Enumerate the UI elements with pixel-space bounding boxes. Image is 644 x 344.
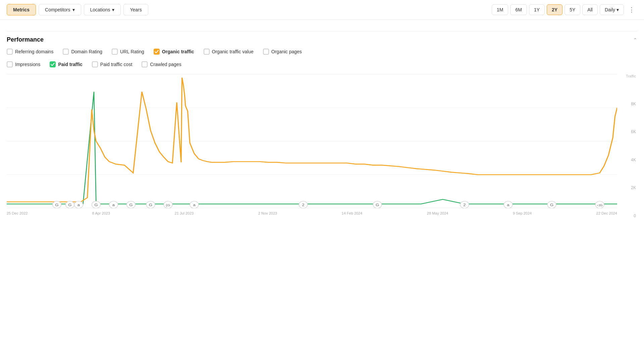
annotation-g-2: G [66, 201, 74, 208]
performance-title: Performance [7, 36, 44, 43]
svg-text:G: G [550, 203, 553, 207]
tab-locations[interactable]: Locations ▾ [84, 4, 121, 15]
period-6m[interactable]: 6M [510, 4, 527, 15]
tab-metrics[interactable]: Metrics [7, 4, 36, 15]
x-label-sep24: 9 Sep 2024 [513, 211, 532, 215]
svg-text:2: 2 [302, 203, 304, 207]
tab-years[interactable]: Years [123, 4, 148, 15]
svg-text:G: G [68, 203, 71, 207]
metric-label: Referring domains [15, 49, 53, 54]
x-label-dec24: 22 Dec 2024 [596, 211, 617, 215]
chart-area: G G a G a [7, 74, 617, 218]
metric-organic-traffic[interactable]: Organic traffic [154, 49, 194, 55]
y-label-0: 0 [619, 214, 636, 218]
metric-paid-traffic-cost[interactable]: Paid traffic cost [92, 61, 132, 67]
annotation-g-7: G [547, 201, 556, 208]
x-label-nov23: 2 Nov 2023 [258, 211, 277, 215]
chevron-down-icon: ▾ [616, 7, 619, 12]
checkbox-crawled-pages[interactable] [142, 61, 148, 67]
main-content: Performance ⌃ Referring domains Domain R… [0, 20, 644, 218]
metrics-list-row2: Impressions Paid traffic Paid traffic co… [7, 61, 637, 67]
metric-organic-traffic-value[interactable]: Organic traffic value [204, 49, 254, 55]
svg-text:a: a [193, 203, 196, 207]
period-5y[interactable]: 5Y [565, 4, 580, 15]
metric-referring-domains[interactable]: Referring domains [7, 49, 53, 55]
metric-label: Paid traffic [58, 62, 82, 67]
annotation-a-3: a [190, 201, 199, 208]
checkbox-organic-traffic-value[interactable] [204, 49, 210, 55]
annotation-a-2: a [109, 201, 118, 208]
metric-domain-rating[interactable]: Domain Rating [63, 49, 102, 55]
metric-paid-traffic[interactable]: Paid traffic [50, 61, 82, 67]
period-all[interactable]: All [582, 4, 598, 15]
metric-label: Organic traffic [162, 49, 194, 54]
svg-text:G: G [149, 203, 152, 207]
granularity-button[interactable]: Daily ▾ [600, 4, 624, 15]
collapse-button[interactable]: ⌃ [633, 37, 637, 43]
organic-traffic-line [7, 78, 617, 202]
svg-text:G: G [94, 203, 98, 207]
x-label-feb24: 14 Feb 2024 [342, 211, 363, 215]
checkbox-url-rating[interactable] [112, 49, 118, 55]
svg-text:a: a [112, 203, 115, 207]
annotation-g-4: G [127, 201, 136, 208]
checkbox-impressions[interactable] [7, 61, 13, 67]
checkbox-organic-pages[interactable] [263, 49, 269, 55]
annotation-g-3: G [92, 201, 101, 208]
x-axis-labels: 25 Dec 2022 8 Apr 2023 21 Jul 2023 2 Nov… [7, 208, 617, 218]
metric-label: Organic traffic value [212, 49, 254, 54]
y-label-8k: 8K [619, 102, 636, 106]
checkbox-paid-traffic[interactable] [50, 61, 56, 67]
more-options-button[interactable]: ⋮ [626, 5, 637, 15]
metric-impressions[interactable]: Impressions [7, 61, 40, 67]
chart-svg: G G a G a [7, 74, 617, 208]
nav-tabs: Metrics Competitors ▾ Locations ▾ Years [7, 4, 148, 15]
annotation-g-1: G [53, 201, 61, 208]
annotation-2-1: 2 [299, 201, 308, 208]
checkbox-domain-rating[interactable] [63, 49, 69, 55]
chart-container: Traffic 8K 6K 4K 2K 0 [7, 74, 637, 218]
y-axis-labels: Traffic 8K 6K 4K 2K 0 [617, 74, 637, 218]
tab-competitors[interactable]: Competitors ▾ [39, 4, 81, 15]
y-label-6k: 6K [619, 129, 636, 134]
period-1m[interactable]: 1M [492, 4, 508, 15]
svg-text:a: a [77, 203, 80, 207]
annotation-a-4: a [504, 201, 513, 208]
x-label-jul23: 21 Jul 2023 [175, 211, 194, 215]
annotation-g-6: G [373, 201, 382, 208]
y-axis-title: Traffic [619, 74, 636, 78]
metric-crawled-pages[interactable]: Crawled pages [142, 61, 181, 67]
checkbox-organic-traffic[interactable] [154, 49, 160, 55]
svg-text:(G: (G [166, 203, 170, 207]
checkbox-paid-traffic-cost[interactable] [92, 61, 98, 67]
annotation-a-1: a [74, 201, 83, 208]
section-divider [7, 31, 637, 32]
metric-label: Paid traffic cost [100, 62, 132, 67]
paid-traffic-line [7, 92, 617, 204]
period-1y[interactable]: 1Y [529, 4, 545, 15]
metric-label: Domain Rating [71, 49, 102, 54]
checkbox-referring-domains[interactable] [7, 49, 13, 55]
x-label-may24: 28 May 2024 [427, 211, 448, 215]
svg-text:G: G [55, 203, 58, 207]
svg-text:◁G: ◁G [597, 203, 603, 207]
metric-url-rating[interactable]: URL Rating [112, 49, 144, 55]
performance-header: Performance ⌃ [7, 36, 637, 43]
metric-label: Crawled pages [150, 62, 181, 67]
svg-text:a: a [507, 203, 509, 207]
metric-label: Impressions [15, 62, 40, 67]
svg-text:G: G [129, 203, 132, 207]
svg-text:G: G [376, 203, 379, 207]
x-label-dec22: 25 Dec 2022 [7, 211, 28, 215]
x-label-apr23: 8 Apr 2023 [92, 211, 110, 215]
period-2y[interactable]: 2Y [547, 4, 562, 15]
annotation-cg-2: ◁G [595, 201, 604, 208]
chevron-down-icon: ▾ [72, 7, 75, 12]
y-label-4k: 4K [619, 158, 636, 162]
annotation-g-5: G [146, 201, 155, 208]
y-label-2k: 2K [619, 185, 636, 190]
annotation-cg-1: (G [164, 201, 172, 208]
metric-organic-pages[interactable]: Organic pages [263, 49, 302, 55]
svg-text:2: 2 [463, 203, 466, 207]
period-controls: 1M 6M 1Y 2Y 5Y All Daily ▾ ⋮ [492, 4, 637, 15]
